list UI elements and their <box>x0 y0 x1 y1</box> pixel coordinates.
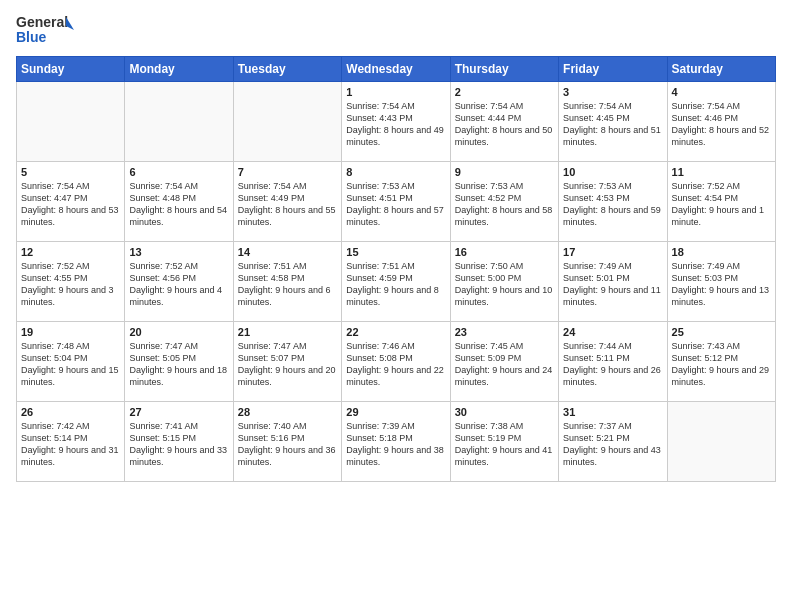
svg-text:Blue: Blue <box>16 29 47 45</box>
cell-info: Sunrise: 7:48 AM Sunset: 5:04 PM Dayligh… <box>21 340 120 389</box>
weekday-header-friday: Friday <box>559 57 667 82</box>
day-number: 30 <box>455 406 554 418</box>
day-number: 8 <box>346 166 445 178</box>
day-number: 23 <box>455 326 554 338</box>
day-number: 20 <box>129 326 228 338</box>
cell-info: Sunrise: 7:40 AM Sunset: 5:16 PM Dayligh… <box>238 420 337 469</box>
logo: GeneralBlue <box>16 12 76 48</box>
cell-info: Sunrise: 7:54 AM Sunset: 4:46 PM Dayligh… <box>672 100 771 149</box>
calendar-cell: 23Sunrise: 7:45 AM Sunset: 5:09 PM Dayli… <box>450 322 558 402</box>
week-row-3: 12Sunrise: 7:52 AM Sunset: 4:55 PM Dayli… <box>17 242 776 322</box>
cell-info: Sunrise: 7:51 AM Sunset: 4:58 PM Dayligh… <box>238 260 337 309</box>
calendar-cell: 18Sunrise: 7:49 AM Sunset: 5:03 PM Dayli… <box>667 242 775 322</box>
cell-info: Sunrise: 7:43 AM Sunset: 5:12 PM Dayligh… <box>672 340 771 389</box>
weekday-header-tuesday: Tuesday <box>233 57 341 82</box>
cell-info: Sunrise: 7:44 AM Sunset: 5:11 PM Dayligh… <box>563 340 662 389</box>
calendar-cell: 19Sunrise: 7:48 AM Sunset: 5:04 PM Dayli… <box>17 322 125 402</box>
day-number: 28 <box>238 406 337 418</box>
calendar-cell: 5Sunrise: 7:54 AM Sunset: 4:47 PM Daylig… <box>17 162 125 242</box>
cell-info: Sunrise: 7:45 AM Sunset: 5:09 PM Dayligh… <box>455 340 554 389</box>
calendar-cell: 24Sunrise: 7:44 AM Sunset: 5:11 PM Dayli… <box>559 322 667 402</box>
calendar-cell: 6Sunrise: 7:54 AM Sunset: 4:48 PM Daylig… <box>125 162 233 242</box>
day-number: 13 <box>129 246 228 258</box>
cell-info: Sunrise: 7:54 AM Sunset: 4:44 PM Dayligh… <box>455 100 554 149</box>
calendar-cell: 20Sunrise: 7:47 AM Sunset: 5:05 PM Dayli… <box>125 322 233 402</box>
weekday-header-thursday: Thursday <box>450 57 558 82</box>
calendar-cell <box>125 82 233 162</box>
cell-info: Sunrise: 7:53 AM Sunset: 4:52 PM Dayligh… <box>455 180 554 229</box>
calendar-cell: 14Sunrise: 7:51 AM Sunset: 4:58 PM Dayli… <box>233 242 341 322</box>
day-number: 24 <box>563 326 662 338</box>
calendar-cell: 9Sunrise: 7:53 AM Sunset: 4:52 PM Daylig… <box>450 162 558 242</box>
week-row-1: 1Sunrise: 7:54 AM Sunset: 4:43 PM Daylig… <box>17 82 776 162</box>
cell-info: Sunrise: 7:54 AM Sunset: 4:49 PM Dayligh… <box>238 180 337 229</box>
day-number: 7 <box>238 166 337 178</box>
calendar-cell: 16Sunrise: 7:50 AM Sunset: 5:00 PM Dayli… <box>450 242 558 322</box>
calendar-cell: 13Sunrise: 7:52 AM Sunset: 4:56 PM Dayli… <box>125 242 233 322</box>
calendar-cell: 27Sunrise: 7:41 AM Sunset: 5:15 PM Dayli… <box>125 402 233 482</box>
cell-info: Sunrise: 7:38 AM Sunset: 5:19 PM Dayligh… <box>455 420 554 469</box>
calendar-cell: 21Sunrise: 7:47 AM Sunset: 5:07 PM Dayli… <box>233 322 341 402</box>
day-number: 15 <box>346 246 445 258</box>
week-row-5: 26Sunrise: 7:42 AM Sunset: 5:14 PM Dayli… <box>17 402 776 482</box>
calendar-cell: 28Sunrise: 7:40 AM Sunset: 5:16 PM Dayli… <box>233 402 341 482</box>
day-number: 26 <box>21 406 120 418</box>
cell-info: Sunrise: 7:54 AM Sunset: 4:43 PM Dayligh… <box>346 100 445 149</box>
calendar-cell: 1Sunrise: 7:54 AM Sunset: 4:43 PM Daylig… <box>342 82 450 162</box>
calendar-cell: 3Sunrise: 7:54 AM Sunset: 4:45 PM Daylig… <box>559 82 667 162</box>
logo-svg: GeneralBlue <box>16 12 76 48</box>
day-number: 27 <box>129 406 228 418</box>
calendar-cell: 15Sunrise: 7:51 AM Sunset: 4:59 PM Dayli… <box>342 242 450 322</box>
svg-text:General: General <box>16 14 68 30</box>
day-number: 4 <box>672 86 771 98</box>
calendar-cell: 8Sunrise: 7:53 AM Sunset: 4:51 PM Daylig… <box>342 162 450 242</box>
cell-info: Sunrise: 7:46 AM Sunset: 5:08 PM Dayligh… <box>346 340 445 389</box>
day-number: 29 <box>346 406 445 418</box>
cell-info: Sunrise: 7:52 AM Sunset: 4:55 PM Dayligh… <box>21 260 120 309</box>
day-number: 18 <box>672 246 771 258</box>
cell-info: Sunrise: 7:49 AM Sunset: 5:01 PM Dayligh… <box>563 260 662 309</box>
cell-info: Sunrise: 7:54 AM Sunset: 4:48 PM Dayligh… <box>129 180 228 229</box>
week-row-4: 19Sunrise: 7:48 AM Sunset: 5:04 PM Dayli… <box>17 322 776 402</box>
cell-info: Sunrise: 7:42 AM Sunset: 5:14 PM Dayligh… <box>21 420 120 469</box>
calendar-cell: 4Sunrise: 7:54 AM Sunset: 4:46 PM Daylig… <box>667 82 775 162</box>
cell-info: Sunrise: 7:54 AM Sunset: 4:47 PM Dayligh… <box>21 180 120 229</box>
calendar-cell: 10Sunrise: 7:53 AM Sunset: 4:53 PM Dayli… <box>559 162 667 242</box>
cell-info: Sunrise: 7:52 AM Sunset: 4:56 PM Dayligh… <box>129 260 228 309</box>
cell-info: Sunrise: 7:51 AM Sunset: 4:59 PM Dayligh… <box>346 260 445 309</box>
cell-info: Sunrise: 7:54 AM Sunset: 4:45 PM Dayligh… <box>563 100 662 149</box>
day-number: 21 <box>238 326 337 338</box>
calendar-cell: 11Sunrise: 7:52 AM Sunset: 4:54 PM Dayli… <box>667 162 775 242</box>
calendar-cell: 12Sunrise: 7:52 AM Sunset: 4:55 PM Dayli… <box>17 242 125 322</box>
day-number: 31 <box>563 406 662 418</box>
day-number: 19 <box>21 326 120 338</box>
weekday-header-sunday: Sunday <box>17 57 125 82</box>
day-number: 22 <box>346 326 445 338</box>
calendar-cell: 17Sunrise: 7:49 AM Sunset: 5:01 PM Dayli… <box>559 242 667 322</box>
day-number: 12 <box>21 246 120 258</box>
calendar-cell: 7Sunrise: 7:54 AM Sunset: 4:49 PM Daylig… <box>233 162 341 242</box>
page: GeneralBlue SundayMondayTuesdayWednesday… <box>0 0 792 612</box>
weekday-header-saturday: Saturday <box>667 57 775 82</box>
calendar-cell: 29Sunrise: 7:39 AM Sunset: 5:18 PM Dayli… <box>342 402 450 482</box>
weekday-header-wednesday: Wednesday <box>342 57 450 82</box>
cell-info: Sunrise: 7:37 AM Sunset: 5:21 PM Dayligh… <box>563 420 662 469</box>
cell-info: Sunrise: 7:53 AM Sunset: 4:51 PM Dayligh… <box>346 180 445 229</box>
cell-info: Sunrise: 7:47 AM Sunset: 5:05 PM Dayligh… <box>129 340 228 389</box>
day-number: 14 <box>238 246 337 258</box>
day-number: 16 <box>455 246 554 258</box>
day-number: 10 <box>563 166 662 178</box>
week-row-2: 5Sunrise: 7:54 AM Sunset: 4:47 PM Daylig… <box>17 162 776 242</box>
calendar-cell: 30Sunrise: 7:38 AM Sunset: 5:19 PM Dayli… <box>450 402 558 482</box>
calendar-cell: 31Sunrise: 7:37 AM Sunset: 5:21 PM Dayli… <box>559 402 667 482</box>
day-number: 9 <box>455 166 554 178</box>
calendar-cell: 26Sunrise: 7:42 AM Sunset: 5:14 PM Dayli… <box>17 402 125 482</box>
weekday-header-row: SundayMondayTuesdayWednesdayThursdayFrid… <box>17 57 776 82</box>
day-number: 25 <box>672 326 771 338</box>
cell-info: Sunrise: 7:47 AM Sunset: 5:07 PM Dayligh… <box>238 340 337 389</box>
calendar-table: SundayMondayTuesdayWednesdayThursdayFrid… <box>16 56 776 482</box>
calendar-cell <box>17 82 125 162</box>
cell-info: Sunrise: 7:41 AM Sunset: 5:15 PM Dayligh… <box>129 420 228 469</box>
day-number: 2 <box>455 86 554 98</box>
day-number: 6 <box>129 166 228 178</box>
